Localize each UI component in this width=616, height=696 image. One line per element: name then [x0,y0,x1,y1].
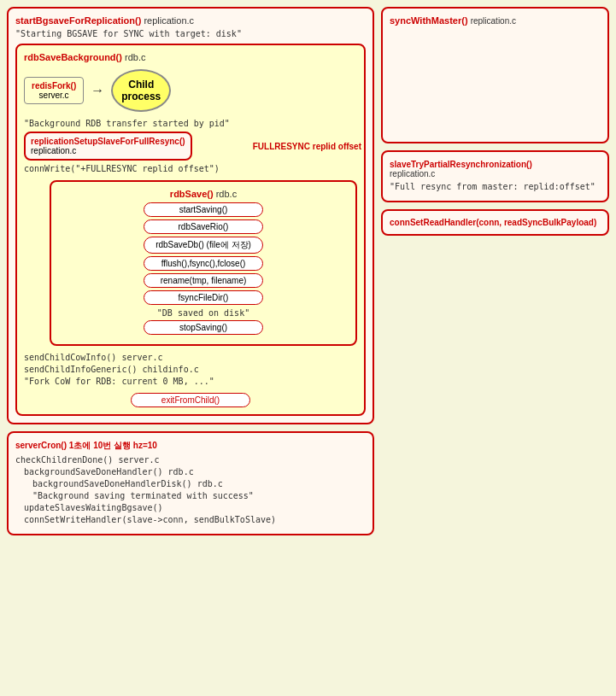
replication-setup-box: replicationSetupSlaveForFullResync() rep… [24,132,192,161]
fflush-btn: fflush(),fsync(),fclose() [144,256,263,271]
server-cron-title: serverCron() 1초에 10번 실행 hz=10 [15,440,366,452]
replication-setup-func: replicationSetupSlaveForFullResync() [31,137,185,146]
slave-try-partial-file: replication.c [390,169,601,178]
rdb-save-db-btn: rdbSaveDb() (file에 저장) [144,237,263,254]
conn-write-text: connWrite("+FULLRESYNC replid offset") [24,164,357,173]
send-child-cow: sendChildCowInfo() server.c [24,353,357,362]
main-container: startBgsaveForReplication() replication.… [0,0,616,696]
sync-with-master-box: syncWithMaster() replication.c [381,7,609,143]
start-saving-btn: startSaving() [144,202,263,217]
rdb-save-header: rdbSave() rdb.c [58,189,349,199]
main-box-quote: "Starting BGSAVE for SYNC with target: d… [15,29,366,38]
rdb-save-bg-file: rdb.c [125,52,145,62]
check-children-done: checkChildrenDone() server.c [15,455,366,465]
slave-try-partial-quote: "Full resync from master: replid:offset" [390,182,601,191]
replication-setup-area: replicationSetupSlaveForFullResync() rep… [24,132,357,161]
update-slaves: updateSlavesWaitingBgsave() [24,503,366,512]
bg-save-disk: backgroundSaveDoneHandlerDisk() rdb.c [32,479,366,488]
redis-fork-line1: redisFork() [32,81,76,91]
rdb-save-rio-btn: rdbSaveRio() [144,219,263,234]
main-box-header: startBgsaveForReplication() replication.… [15,15,366,26]
conn-write-slave: connSetWriteHandler(slave->conn, sendBul… [24,515,366,524]
stop-saving-btn: stopSaving() [144,320,263,335]
rdb-save-bg-box: rdbSaveBackground() rdb.c redisFork() se… [15,44,366,416]
conn-set-read-handler-func: connSetReadHandler(conn, readSyncBulkPay… [390,218,601,227]
rdb-save-bg-func: rdbSaveBackground() [24,52,122,62]
fork-arrow: → [91,83,104,98]
redis-fork-box: redisFork() server.c [24,77,84,104]
fork-cow-quote: "Fork CoW for RDB: current 0 MB, ..." [24,377,357,386]
child-process-label: Child process [121,79,161,103]
redis-fork-line2: server.c [32,91,76,100]
replication-setup-file: replication.c [31,146,185,155]
server-cron-box: serverCron() 1초에 10번 실행 hz=10 checkChild… [7,431,374,535]
right-column: syncWithMaster() replication.c slaveTryP… [381,7,609,689]
exit-from-child-btn: exitFromChild() [131,393,250,407]
send-child-info: sendChildInfoGeneric() childinfo.c [24,365,357,374]
bg-save-done: backgroundSaveDoneHandler() rdb.c [24,467,366,477]
slave-try-partial-func: slaveTryPartialResynchronization() [390,160,532,169]
left-column: startBgsaveForReplication() replication.… [7,7,374,689]
rdb-save-file: rdb.c [216,189,237,199]
bg-pid-quote: "Background RDB transfer started by pid" [24,119,357,128]
start-bgsave-func: startBgsaveForReplication() [15,15,141,26]
fullresync-label: FULLRESYNC replid offset [253,142,361,151]
slave-try-partial-box: slaveTryPartialResynchronization() repli… [381,150,609,202]
rdb-save-func: rdbSave() [170,189,214,199]
sync-with-master-func: syncWithMaster() [390,15,468,26]
rdb-save-box: rdbSave() rdb.c startSaving() rdbSaveRio… [50,180,357,346]
main-box-file: replication.c [144,15,194,26]
main-box: startBgsaveForReplication() replication.… [7,7,374,424]
bg-success-quote: "Background saving terminated with succe… [32,491,366,500]
db-saved-quote: "DB saved on disk" [58,308,349,318]
rdb-save-bg-header: rdbSaveBackground() rdb.c [24,52,357,62]
conn-set-read-handler-box: connSetReadHandler(conn, readSyncBulkPay… [381,209,609,236]
fork-area: redisFork() server.c → Child process [24,69,357,112]
child-process-ellipse: Child process [111,69,171,112]
sync-with-master-header: syncWithMaster() replication.c [390,15,601,26]
slave-try-partial-header: slaveTryPartialResynchronization() [390,159,601,169]
fsync-file-dir-btn: fsyncFileDir() [144,290,263,305]
rename-btn: rename(tmp, filename) [144,273,263,288]
sync-with-master-file: replication.c [471,16,516,26]
